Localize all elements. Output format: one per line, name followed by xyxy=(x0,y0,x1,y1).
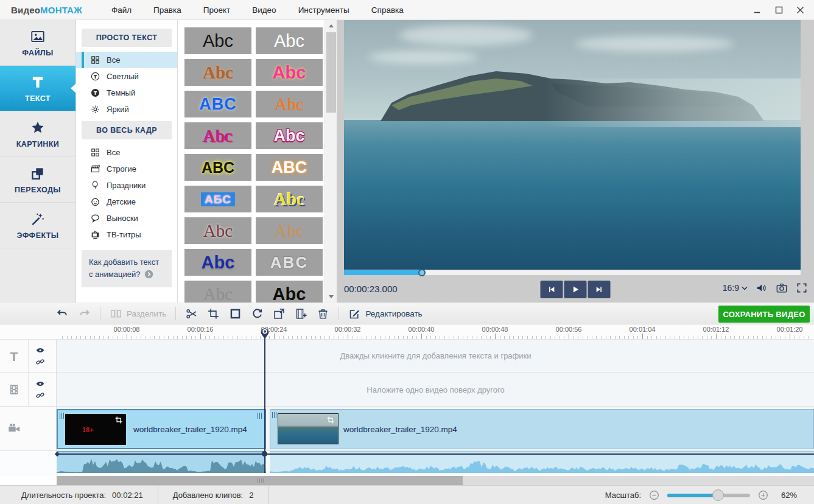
clip-right-grip[interactable] xyxy=(258,413,263,419)
sidebar-item-label: ТЕКСТ xyxy=(25,94,51,103)
minimize-icon[interactable] xyxy=(754,6,762,14)
progress-handle[interactable] xyxy=(418,269,426,276)
chevron-down-icon xyxy=(742,286,748,290)
text-style-tile-1[interactable]: Abc xyxy=(184,27,251,54)
ruler-time-label: 00:01:20 xyxy=(777,326,803,333)
category-item-тв-титры[interactable]: ТВ-титры xyxy=(76,226,177,243)
category-item-выноски[interactable]: Выноски xyxy=(76,210,177,226)
maximize-icon[interactable] xyxy=(775,6,783,14)
hscroll-thumb[interactable] xyxy=(57,476,463,485)
audio-waveform-strip[interactable] xyxy=(0,451,814,473)
text-style-tile-7[interactable]: Abc xyxy=(184,122,251,149)
overlay-track[interactable]: Наложите одно видео поверх другого xyxy=(0,373,814,407)
video-clip-1[interactable]: 18+ worldbreaker_trailer_1920.mp4 xyxy=(57,409,266,449)
text-style-tile-3[interactable]: Abc xyxy=(184,59,251,86)
aspect-ratio-dropdown[interactable]: 16:9 xyxy=(723,283,748,293)
sidebar-item-текст[interactable]: ТЕКСТ xyxy=(0,66,75,111)
menu-item-файл[interactable]: Файл xyxy=(111,5,132,15)
delete-trash-icon[interactable] xyxy=(317,307,329,320)
volume-envelope-line[interactable] xyxy=(57,453,814,455)
playback-progressbar[interactable] xyxy=(344,270,801,275)
text-style-tile-18[interactable]: Abc xyxy=(256,281,323,303)
rotate-icon[interactable] xyxy=(251,307,264,320)
category-item-темный[interactable]: Темный xyxy=(76,85,177,101)
add-clip-icon[interactable] xyxy=(295,307,307,320)
scroll-down-icon[interactable] xyxy=(325,292,337,302)
category-item-строгие[interactable]: Строгие xyxy=(76,161,177,177)
text-track[interactable]: Дважды кликните для добавления текста и … xyxy=(0,340,814,373)
playhead-line[interactable] xyxy=(264,338,265,473)
text-style-tile-9[interactable]: ABC xyxy=(184,154,251,181)
clip-left-grip[interactable] xyxy=(272,412,278,418)
eye-visibility-icon[interactable] xyxy=(35,379,45,388)
help-link-animated-text[interactable]: Как добавить текстс анимацией? xyxy=(82,250,172,287)
menu-item-проект[interactable]: Проект xyxy=(203,5,230,15)
sidebar-item-файлы[interactable]: ФАЙЛЫ xyxy=(0,20,75,66)
grid-scrollbar[interactable] xyxy=(325,20,337,303)
text-style-tile-12[interactable]: Abc xyxy=(256,186,323,212)
save-video-button[interactable]: СОХРАНИТЬ ВИДЕО xyxy=(718,306,810,323)
fullscreen-icon[interactable] xyxy=(796,282,808,294)
text-style-tile-15[interactable]: Abc xyxy=(184,249,251,276)
close-icon[interactable] xyxy=(796,6,804,14)
menu-item-видео[interactable]: Видео xyxy=(252,5,276,15)
cut-scissors-icon[interactable] xyxy=(185,307,198,320)
text-style-tile-17[interactable]: Abc xyxy=(184,281,251,303)
scroll-up-icon[interactable] xyxy=(325,21,337,31)
frame-icon[interactable] xyxy=(229,307,242,320)
zoom-slider[interactable] xyxy=(667,494,750,497)
play-button[interactable] xyxy=(564,281,587,298)
text-style-tile-14[interactable]: Abc xyxy=(256,217,323,244)
text-style-tile-2[interactable]: Abc xyxy=(256,27,323,54)
next-frame-button[interactable] xyxy=(588,281,611,298)
tile-sample-text: Abc xyxy=(275,222,304,240)
category-item-светлый[interactable]: Светлый xyxy=(76,68,177,85)
category-item-детские[interactable]: Детские xyxy=(76,194,177,210)
clip-left-grip[interactable] xyxy=(60,413,65,419)
link-chain-icon[interactable] xyxy=(35,357,45,366)
link-chain-icon[interactable] xyxy=(35,390,45,400)
hscroll-track[interactable] xyxy=(57,476,814,485)
text-track-hint: Дважды кликните для добавления текста и … xyxy=(57,351,814,360)
menu-item-справка[interactable]: Справка xyxy=(371,5,404,15)
text-style-tile-11[interactable]: АБС xyxy=(184,186,251,212)
timeline-ruler[interactable]: 00:00:0800:00:1600:00:2400:00:3200:00:40… xyxy=(0,324,814,340)
sidebar-item-переходы[interactable]: ПЕРЕХОДЫ xyxy=(0,157,75,203)
edit-button[interactable]: Редактировать xyxy=(348,307,422,320)
video-preview[interactable] xyxy=(344,20,801,270)
category-item-праздники[interactable]: Праздники xyxy=(76,177,177,194)
menu-item-инструменты[interactable]: Инструменты xyxy=(298,5,349,15)
zoom-slider-handle[interactable] xyxy=(712,489,724,501)
playhead-pin[interactable] xyxy=(260,326,270,340)
video-camera-icon xyxy=(7,422,21,435)
zoom-in-icon[interactable] xyxy=(757,489,769,501)
text-style-tile-6[interactable]: Abc xyxy=(256,91,323,117)
volume-icon[interactable] xyxy=(756,282,768,294)
sidebar-item-картинки[interactable]: КАРТИНКИ xyxy=(0,111,75,157)
menu-item-правка[interactable]: Правка xyxy=(153,5,181,15)
eye-visibility-icon[interactable] xyxy=(35,345,45,355)
category-item-яркий[interactable]: Яркий xyxy=(76,101,177,117)
zoom-out-icon[interactable] xyxy=(648,489,660,501)
tile-sample-text: ABC xyxy=(199,96,237,113)
text-style-tile-4[interactable]: Abc xyxy=(256,59,323,86)
crop-icon[interactable] xyxy=(207,307,220,320)
scale-icon[interactable] xyxy=(273,307,286,320)
menu-items: ФайлПравкаПроектВидеоИнструментыСправка xyxy=(111,5,404,15)
scrollbar-thumb[interactable] xyxy=(326,32,336,113)
text-style-tile-16[interactable]: ABC xyxy=(256,249,323,276)
category-item-все[interactable]: Все xyxy=(76,52,177,68)
video-track-gutter xyxy=(0,407,57,450)
sidebar-item-эффекты[interactable]: ЭФФЕКТЫ xyxy=(0,203,75,248)
snapshot-camera-icon[interactable] xyxy=(776,282,788,294)
text-style-tile-8[interactable]: Abc xyxy=(256,122,323,149)
video-clip-2[interactable]: worldbreaker_trailer_1920.mp4 xyxy=(270,409,814,449)
grid-icon xyxy=(90,55,100,65)
text-style-tile-5[interactable]: ABC xyxy=(184,91,251,117)
star-icon xyxy=(30,120,46,136)
category-item-все[interactable]: Все xyxy=(76,144,177,161)
undo-icon[interactable] xyxy=(56,307,69,320)
prev-frame-button[interactable] xyxy=(541,281,563,298)
text-style-tile-10[interactable]: ABC xyxy=(256,154,323,181)
text-style-tile-13[interactable]: Abc xyxy=(184,217,251,244)
